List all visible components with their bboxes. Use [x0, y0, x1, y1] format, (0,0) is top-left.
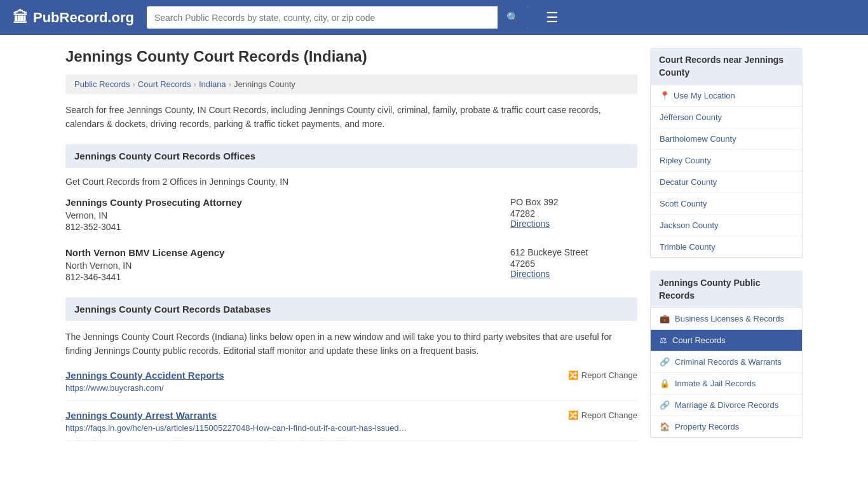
sidebar-public-records-title: Jennings County Public Records — [650, 271, 803, 308]
header: 🏛 PubRecord.org 🔍 ☰ — [0, 0, 868, 35]
sidebar-link-business-licenses[interactable]: 💼 Business Licenses & Records — [651, 308, 802, 329]
sidebar-item-court-records[interactable]: ⚖ Court Records — [651, 330, 802, 351]
db-1-url[interactable]: https://www.buycrash.com/ — [65, 383, 637, 393]
property-records-icon: 🏠 — [660, 422, 670, 431]
sidebar-link-inmate-records[interactable]: 🔒 Inmate & Jail Records — [651, 373, 802, 394]
sidebar-inmate-records-label: Inmate & Jail Records — [675, 379, 756, 388]
business-licenses-icon: 💼 — [660, 314, 670, 323]
marriage-records-icon: 🔗 — [660, 400, 670, 410]
sidebar-use-location[interactable]: 📍 Use My Location — [651, 85, 802, 107]
office-entry-1: Jennings County Prosecuting Attorney Ver… — [65, 197, 637, 234]
criminal-records-icon: 🔗 — [660, 357, 670, 367]
breadcrumb-sep-2: › — [194, 79, 196, 89]
page-title: Jennings County Court Records (Indiana) — [65, 48, 637, 65]
sidebar-link-trimble[interactable]: Trimble County — [651, 236, 802, 257]
sidebar-public-records-list: 💼 Business Licenses & Records ⚖ Court Re… — [650, 308, 803, 438]
sidebar-link-scott[interactable]: Scott County — [651, 193, 802, 214]
sidebar-item-marriage-records[interactable]: 🔗 Marriage & Divorce Records — [651, 395, 802, 416]
sidebar-item-jackson[interactable]: Jackson County — [651, 215, 802, 236]
sidebar-link-bartholomew[interactable]: Bartholomew County — [651, 128, 802, 149]
sidebar-court-records-label: Court Records — [672, 336, 726, 345]
court-records-icon: ⚖ — [660, 336, 667, 345]
content-area: Jennings County Court Records (Indiana) … — [65, 48, 637, 451]
sidebar-link-jackson[interactable]: Jackson County — [651, 215, 802, 236]
sidebar: Court Records near Jennings County 📍 Use… — [650, 48, 803, 451]
sidebar-link-jefferson[interactable]: Jefferson County — [651, 107, 802, 128]
main-container: Jennings County Court Records (Indiana) … — [53, 35, 815, 463]
report-change-icon-1: 🔀 — [568, 370, 578, 380]
office-2-city: North Vernon, IN — [65, 261, 510, 271]
sidebar-item-ripley[interactable]: Ripley County — [651, 150, 802, 172]
db-1-report-change[interactable]: 🔀 Report Change — [568, 370, 637, 380]
use-location-label: Use My Location — [674, 91, 735, 100]
hamburger-button[interactable]: ☰ — [541, 7, 564, 29]
breadcrumb-indiana[interactable]: Indiana — [199, 79, 226, 89]
sidebar-property-records-label: Property Records — [675, 422, 739, 431]
logo-text: PubRecord.org — [33, 10, 134, 26]
sidebar-item-criminal-records[interactable]: 🔗 Criminal Records & Warrants — [651, 351, 802, 373]
sidebar-item-business-licenses[interactable]: 💼 Business Licenses & Records — [651, 308, 802, 330]
breadcrumb-sep-1: › — [132, 79, 135, 89]
office-2-directions[interactable]: Directions — [510, 269, 550, 279]
sidebar-link-marriage-records[interactable]: 🔗 Marriage & Divorce Records — [651, 395, 802, 416]
db-1-title[interactable]: Jennings County Accident Reports — [65, 370, 224, 381]
sidebar-criminal-records-label: Criminal Records & Warrants — [675, 357, 782, 367]
office-2-phone: 812-346-3441 — [65, 272, 510, 282]
office-2-name: North Vernon BMV License Agency — [65, 247, 510, 258]
sidebar-item-property-records[interactable]: 🏠 Property Records — [651, 416, 802, 437]
sidebar-item-decatur[interactable]: Decatur County — [651, 172, 802, 193]
sidebar-business-licenses-label: Business Licenses & Records — [675, 314, 784, 323]
office-1-zip: 47282 — [510, 208, 637, 219]
db-entry-2: Jennings County Arrest Warrants 🔀 Report… — [65, 410, 637, 441]
db-2-url[interactable]: https://faqs.in.gov/hc/en-us/articles/11… — [65, 423, 637, 433]
databases-section-title: Jennings County Court Records Databases — [65, 297, 637, 321]
sidebar-link-decatur[interactable]: Decatur County — [651, 172, 802, 193]
report-change-icon-2: 🔀 — [568, 410, 578, 420]
sidebar-link-ripley[interactable]: Ripley County — [651, 150, 802, 171]
sidebar-item-inmate-records[interactable]: 🔒 Inmate & Jail Records — [651, 373, 802, 395]
db-entry-1: Jennings County Accident Reports 🔀 Repor… — [65, 370, 637, 401]
office-2-zip: 47265 — [510, 259, 637, 269]
sidebar-item-jefferson[interactable]: Jefferson County — [651, 107, 802, 128]
sidebar-link-criminal-records[interactable]: 🔗 Criminal Records & Warrants — [651, 351, 802, 372]
sidebar-item-trimble[interactable]: Trimble County — [651, 236, 802, 257]
breadcrumb-sep-3: › — [229, 79, 231, 89]
breadcrumb-public-records[interactable]: Public Records — [74, 79, 130, 89]
office-1-phone: 812-352-3041 — [65, 222, 510, 232]
sidebar-link-court-records[interactable]: ⚖ Court Records — [651, 330, 802, 351]
search-button[interactable]: 🔍 — [498, 6, 528, 29]
offices-intro: Get Court Records from 2 Offices in Jenn… — [65, 177, 637, 187]
inmate-records-icon: 🔒 — [660, 379, 670, 388]
databases-intro: The Jennings County Court Records (India… — [65, 330, 637, 358]
db-2-title[interactable]: Jennings County Arrest Warrants — [65, 410, 217, 421]
search-bar: 🔍 — [147, 6, 528, 29]
sidebar-item-bartholomew[interactable]: Bartholomew County — [651, 128, 802, 150]
office-1-address: PO Box 392 — [510, 197, 637, 207]
location-pin-icon: 📍 — [660, 91, 670, 100]
office-1-name: Jennings County Prosecuting Attorney — [65, 197, 510, 208]
office-1-directions[interactable]: Directions — [510, 219, 550, 229]
search-input[interactable] — [147, 8, 498, 28]
office-2-address: 612 Buckeye Street — [510, 247, 637, 257]
sidebar-link-property-records[interactable]: 🏠 Property Records — [651, 416, 802, 437]
sidebar-nearby-list: 📍 Use My Location Jefferson County Barth… — [650, 85, 803, 258]
sidebar-nearby-title: Court Records near Jennings County — [650, 48, 803, 85]
office-entry-2: North Vernon BMV License Agency North Ve… — [65, 247, 637, 285]
office-1-city: Vernon, IN — [65, 210, 510, 220]
sidebar-item-scott[interactable]: Scott County — [651, 193, 802, 215]
page-description: Search for free Jennings County, IN Cour… — [65, 103, 637, 132]
logo[interactable]: 🏛 PubRecord.org — [13, 9, 134, 27]
offices-section-title: Jennings County Court Records Offices — [65, 144, 637, 168]
breadcrumb-court-records[interactable]: Court Records — [138, 79, 191, 89]
db-2-report-change[interactable]: 🔀 Report Change — [568, 410, 637, 420]
sidebar-marriage-records-label: Marriage & Divorce Records — [675, 400, 778, 410]
breadcrumb: Public Records › Court Records › Indiana… — [65, 74, 637, 94]
logo-icon: 🏛 — [13, 9, 28, 27]
breadcrumb-jennings-county: Jennings County — [234, 79, 295, 89]
